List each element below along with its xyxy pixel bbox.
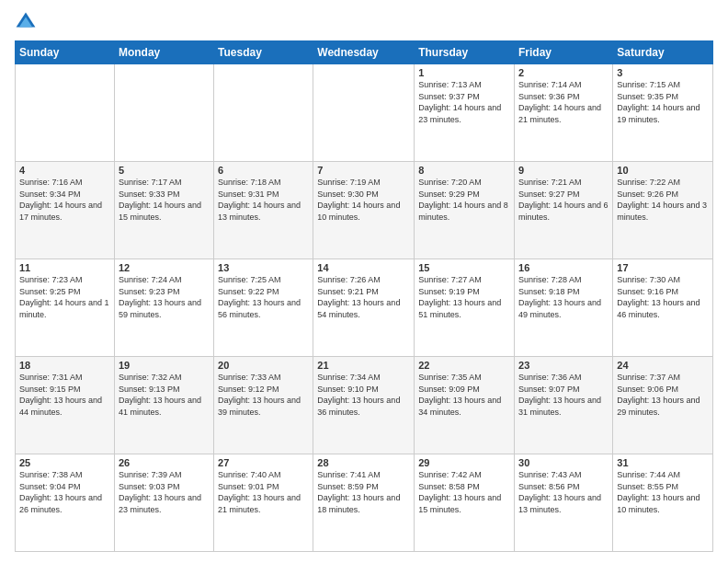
day-cell-9: 9Sunrise: 7:21 AM Sunset: 9:27 PM Daylig… (515, 162, 613, 259)
day-cell-2: 2Sunrise: 7:14 AM Sunset: 9:36 PM Daylig… (515, 64, 613, 162)
day-info: Sunrise: 7:42 AM Sunset: 8:58 PM Dayligh… (418, 469, 510, 515)
day-cell-28: 28Sunrise: 7:41 AM Sunset: 8:59 PM Dayli… (313, 454, 415, 552)
day-cell-22: 22Sunrise: 7:35 AM Sunset: 9:09 PM Dayli… (415, 357, 515, 454)
day-info: Sunrise: 7:34 AM Sunset: 9:10 PM Dayligh… (317, 372, 410, 418)
day-number: 11 (19, 262, 110, 273)
day-number: 21 (317, 360, 410, 371)
day-info: Sunrise: 7:38 AM Sunset: 9:04 PM Dayligh… (19, 469, 110, 515)
day-cell-13: 13Sunrise: 7:25 AM Sunset: 9:22 PM Dayli… (214, 259, 313, 357)
day-cell-empty (313, 64, 415, 162)
day-number: 25 (19, 457, 110, 468)
day-info: Sunrise: 7:36 AM Sunset: 9:07 PM Dayligh… (518, 372, 609, 418)
day-info: Sunrise: 7:37 AM Sunset: 9:06 PM Dayligh… (617, 372, 709, 418)
day-info: Sunrise: 7:33 AM Sunset: 9:12 PM Dayligh… (218, 372, 309, 418)
day-number: 29 (418, 457, 510, 468)
day-info: Sunrise: 7:22 AM Sunset: 9:26 PM Dayligh… (617, 177, 709, 223)
day-number: 27 (218, 457, 309, 468)
page-header (15, 11, 713, 33)
day-cell-empty (214, 64, 313, 162)
day-info: Sunrise: 7:39 AM Sunset: 9:03 PM Dayligh… (119, 469, 210, 515)
logo (15, 11, 40, 33)
day-number: 23 (518, 360, 609, 371)
weekday-header-saturday: Saturday (613, 41, 713, 64)
day-number: 24 (617, 360, 709, 371)
day-cell-empty (114, 64, 213, 162)
day-number: 12 (119, 262, 210, 273)
day-info: Sunrise: 7:40 AM Sunset: 9:01 PM Dayligh… (218, 469, 309, 515)
day-cell-12: 12Sunrise: 7:24 AM Sunset: 9:23 PM Dayli… (114, 259, 213, 357)
day-cell-11: 11Sunrise: 7:23 AM Sunset: 9:25 PM Dayli… (16, 259, 115, 357)
day-info: Sunrise: 7:18 AM Sunset: 9:31 PM Dayligh… (218, 177, 309, 223)
day-cell-3: 3Sunrise: 7:15 AM Sunset: 9:35 PM Daylig… (613, 64, 713, 162)
day-info: Sunrise: 7:31 AM Sunset: 9:15 PM Dayligh… (19, 372, 110, 418)
week-row-1: 1Sunrise: 7:13 AM Sunset: 9:37 PM Daylig… (16, 64, 713, 162)
weekday-header-friday: Friday (515, 41, 613, 64)
day-cell-18: 18Sunrise: 7:31 AM Sunset: 9:15 PM Dayli… (16, 357, 115, 454)
day-cell-19: 19Sunrise: 7:32 AM Sunset: 9:13 PM Dayli… (114, 357, 213, 454)
day-number: 16 (518, 262, 609, 273)
day-info: Sunrise: 7:21 AM Sunset: 9:27 PM Dayligh… (518, 177, 609, 223)
day-number: 3 (617, 67, 709, 78)
calendar-page: SundayMondayTuesdayWednesdayThursdayFrid… (0, 0, 728, 563)
day-number: 7 (317, 165, 410, 176)
day-number: 8 (418, 165, 510, 176)
day-cell-6: 6Sunrise: 7:18 AM Sunset: 9:31 PM Daylig… (214, 162, 313, 259)
day-number: 18 (19, 360, 110, 371)
day-number: 4 (19, 165, 110, 176)
week-row-2: 4Sunrise: 7:16 AM Sunset: 9:34 PM Daylig… (16, 162, 713, 259)
day-number: 6 (218, 165, 309, 176)
week-row-4: 18Sunrise: 7:31 AM Sunset: 9:15 PM Dayli… (16, 357, 713, 454)
weekday-header-wednesday: Wednesday (313, 41, 415, 64)
day-number: 14 (317, 262, 410, 273)
day-cell-26: 26Sunrise: 7:39 AM Sunset: 9:03 PM Dayli… (114, 454, 213, 552)
weekday-header-monday: Monday (114, 41, 213, 64)
week-row-5: 25Sunrise: 7:38 AM Sunset: 9:04 PM Dayli… (16, 454, 713, 552)
day-info: Sunrise: 7:14 AM Sunset: 9:36 PM Dayligh… (518, 79, 609, 125)
day-cell-8: 8Sunrise: 7:20 AM Sunset: 9:29 PM Daylig… (415, 162, 515, 259)
day-cell-30: 30Sunrise: 7:43 AM Sunset: 8:56 PM Dayli… (515, 454, 613, 552)
day-info: Sunrise: 7:13 AM Sunset: 9:37 PM Dayligh… (418, 79, 510, 125)
day-info: Sunrise: 7:24 AM Sunset: 9:23 PM Dayligh… (119, 274, 210, 320)
day-info: Sunrise: 7:28 AM Sunset: 9:18 PM Dayligh… (518, 274, 609, 320)
logo-icon (15, 11, 37, 33)
day-info: Sunrise: 7:44 AM Sunset: 8:55 PM Dayligh… (617, 469, 709, 515)
day-cell-23: 23Sunrise: 7:36 AM Sunset: 9:07 PM Dayli… (515, 357, 613, 454)
day-cell-24: 24Sunrise: 7:37 AM Sunset: 9:06 PM Dayli… (613, 357, 713, 454)
day-info: Sunrise: 7:20 AM Sunset: 9:29 PM Dayligh… (418, 177, 510, 223)
day-info: Sunrise: 7:17 AM Sunset: 9:33 PM Dayligh… (119, 177, 210, 223)
calendar-table: SundayMondayTuesdayWednesdayThursdayFrid… (15, 40, 713, 552)
day-info: Sunrise: 7:19 AM Sunset: 9:30 PM Dayligh… (317, 177, 410, 223)
day-info: Sunrise: 7:23 AM Sunset: 9:25 PM Dayligh… (19, 274, 110, 320)
day-cell-21: 21Sunrise: 7:34 AM Sunset: 9:10 PM Dayli… (313, 357, 415, 454)
day-cell-4: 4Sunrise: 7:16 AM Sunset: 9:34 PM Daylig… (16, 162, 115, 259)
day-cell-25: 25Sunrise: 7:38 AM Sunset: 9:04 PM Dayli… (16, 454, 115, 552)
day-cell-1: 1Sunrise: 7:13 AM Sunset: 9:37 PM Daylig… (415, 64, 515, 162)
day-cell-16: 16Sunrise: 7:28 AM Sunset: 9:18 PM Dayli… (515, 259, 613, 357)
weekday-header-tuesday: Tuesday (214, 41, 313, 64)
weekday-header-sunday: Sunday (16, 41, 115, 64)
day-cell-10: 10Sunrise: 7:22 AM Sunset: 9:26 PM Dayli… (613, 162, 713, 259)
day-info: Sunrise: 7:41 AM Sunset: 8:59 PM Dayligh… (317, 469, 410, 515)
day-info: Sunrise: 7:15 AM Sunset: 9:35 PM Dayligh… (617, 79, 709, 125)
day-number: 2 (518, 67, 609, 78)
day-number: 20 (218, 360, 309, 371)
day-number: 17 (617, 262, 709, 273)
day-info: Sunrise: 7:35 AM Sunset: 9:09 PM Dayligh… (418, 372, 510, 418)
day-number: 22 (418, 360, 510, 371)
day-number: 26 (119, 457, 210, 468)
day-info: Sunrise: 7:32 AM Sunset: 9:13 PM Dayligh… (119, 372, 210, 418)
day-number: 10 (617, 165, 709, 176)
day-cell-31: 31Sunrise: 7:44 AM Sunset: 8:55 PM Dayli… (613, 454, 713, 552)
day-number: 15 (418, 262, 510, 273)
day-number: 1 (418, 67, 510, 78)
day-number: 19 (119, 360, 210, 371)
day-number: 30 (518, 457, 609, 468)
day-number: 13 (218, 262, 309, 273)
day-number: 9 (518, 165, 609, 176)
day-info: Sunrise: 7:25 AM Sunset: 9:22 PM Dayligh… (218, 274, 309, 320)
day-info: Sunrise: 7:43 AM Sunset: 8:56 PM Dayligh… (518, 469, 609, 515)
day-cell-17: 17Sunrise: 7:30 AM Sunset: 9:16 PM Dayli… (613, 259, 713, 357)
weekday-header-thursday: Thursday (415, 41, 515, 64)
day-cell-7: 7Sunrise: 7:19 AM Sunset: 9:30 PM Daylig… (313, 162, 415, 259)
day-cell-5: 5Sunrise: 7:17 AM Sunset: 9:33 PM Daylig… (114, 162, 213, 259)
